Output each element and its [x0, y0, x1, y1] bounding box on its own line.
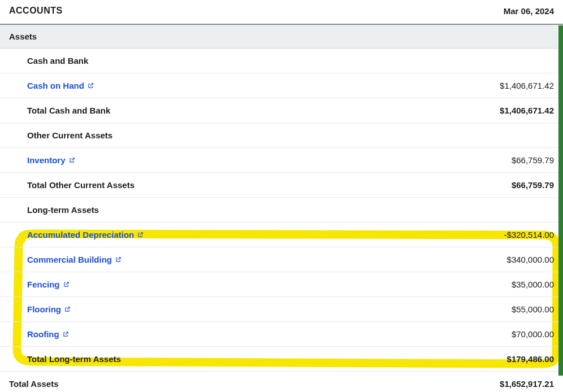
link-cash-on-hand[interactable]: Cash on Hand — [27, 81, 94, 90]
row-flooring: Flooring $55,000.00 — [0, 297, 563, 322]
external-link-icon — [88, 82, 94, 89]
link-label: Fencing — [27, 280, 60, 289]
grand-total-label: Total Assets — [9, 379, 59, 389]
row-accumulated-depreciation: Accumulated Depreciation -$320,514.00 — [0, 223, 563, 247]
total-label: Total Long-term Assets — [27, 354, 121, 364]
category-cash-and-bank: Cash and Bank — [0, 49, 563, 73]
grand-total-value: $1,652,917.21 — [500, 379, 554, 389]
total-value: $179,486.00 — [507, 354, 554, 364]
value-cash-on-hand: $1,406,671.42 — [500, 81, 554, 90]
row-total-other-current-assets: Total Other Current Assets $66,759.79 — [0, 173, 563, 198]
external-link-icon — [137, 232, 144, 238]
external-link-icon — [69, 157, 75, 163]
total-label: Total Other Current Assets — [27, 180, 135, 190]
link-roofing[interactable]: Roofing — [27, 329, 69, 339]
external-link-icon — [64, 306, 71, 312]
link-label: Cash on Hand — [27, 81, 84, 90]
row-fencing: Fencing $35,000.00 — [0, 272, 563, 297]
table-header-row: ACCOUNTS Mar 06, 2024 — [0, 0, 563, 25]
row-total-long-term-assets: Total Long-term Assets $179,486.00 — [0, 347, 563, 372]
link-flooring[interactable]: Flooring — [27, 304, 71, 314]
row-roofing: Roofing $70,000.00 — [0, 322, 563, 347]
link-label: Commercial Building — [27, 255, 112, 264]
category-other-current-assets: Other Current Assets — [0, 123, 563, 148]
assets-section-header: Assets — [0, 25, 563, 49]
value-commercial-building: $340,000.00 — [507, 255, 554, 264]
category-label: Long-term Assets — [27, 205, 99, 215]
value-flooring: $55,000.00 — [512, 304, 554, 314]
link-fencing[interactable]: Fencing — [27, 280, 70, 289]
value-inventory: $66,759.79 — [512, 155, 554, 165]
link-label: Flooring — [27, 304, 61, 314]
report-date: Mar 06, 2024 — [504, 6, 554, 16]
link-commercial-building[interactable]: Commercial Building — [27, 255, 122, 264]
row-total-cash-and-bank: Total Cash and Bank $1,406,671.42 — [0, 98, 563, 123]
link-inventory[interactable]: Inventory — [27, 155, 75, 165]
external-link-icon — [63, 331, 69, 337]
value-accumulated-depreciation: -$320,514.00 — [504, 230, 554, 239]
total-label: Total Cash and Bank — [27, 106, 110, 115]
balance-sheet-container: ACCOUNTS Mar 06, 2024 Assets Cash and Ba… — [0, 0, 563, 392]
link-label: Roofing — [27, 329, 59, 339]
row-inventory: Inventory $66,759.79 — [0, 148, 563, 173]
total-value: $66,759.79 — [512, 180, 554, 190]
value-fencing: $35,000.00 — [512, 280, 554, 289]
row-commercial-building: Commercial Building $340,000.00 — [0, 247, 563, 272]
row-cash-on-hand: Cash on Hand $1,406,671.42 — [0, 73, 563, 98]
link-accumulated-depreciation[interactable]: Accumulated Depreciation — [27, 230, 144, 239]
external-link-icon — [63, 281, 70, 288]
external-link-icon — [115, 256, 122, 263]
accounts-header: ACCOUNTS — [9, 6, 63, 16]
link-label: Accumulated Depreciation — [27, 230, 134, 239]
row-total-assets: Total Assets $1,652,917.21 — [0, 372, 563, 392]
category-label: Other Current Assets — [27, 130, 112, 140]
value-roofing: $70,000.00 — [512, 329, 554, 339]
link-label: Inventory — [27, 155, 66, 165]
total-value: $1,406,671.42 — [500, 106, 554, 115]
category-long-term-assets: Long-term Assets — [0, 198, 563, 223]
right-edge-bar — [558, 25, 563, 376]
category-label: Cash and Bank — [27, 56, 88, 66]
